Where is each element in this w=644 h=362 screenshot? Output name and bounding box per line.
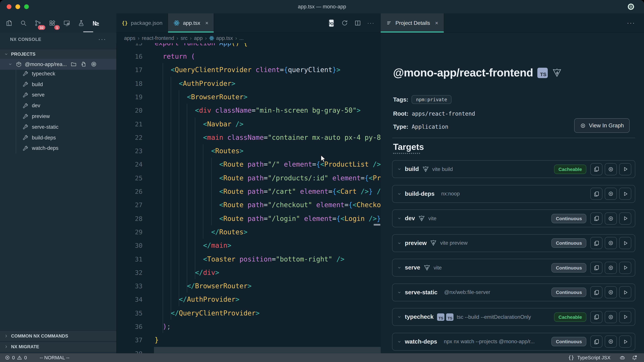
copy-button[interactable] [590, 286, 602, 298]
chevron-down-icon[interactable] [397, 266, 402, 270]
activity-item-explorer[interactable] [5, 19, 14, 27]
warning-count[interactable]: 0 [24, 355, 27, 360]
folder-icon[interactable] [70, 61, 77, 67]
search-icon [20, 19, 27, 27]
play-button[interactable] [619, 212, 631, 224]
open-details-icon[interactable] [328, 19, 335, 27]
code-editor[interactable]: 15export function App() {16 return (17 <… [116, 43, 381, 353]
tree-item-watch-deps[interactable]: watch-deps [0, 143, 116, 154]
eye-button[interactable] [605, 237, 617, 249]
target-card-build-deps[interactable]: build-deps nx:noop [392, 185, 635, 203]
copy-button[interactable] [590, 163, 602, 175]
target-icon[interactable] [90, 61, 97, 67]
line-number: 17 [117, 63, 142, 77]
sidebar-section-projects[interactable]: PROJECTS [0, 49, 116, 59]
target-card-build[interactable]: build vite build Cacheable [392, 160, 635, 178]
panel-tab-label: Project Details [396, 20, 430, 26]
tab-package-json[interactable]: {}package.json [116, 13, 168, 32]
status-badge: Continuous [552, 238, 586, 248]
breadcrumb-item[interactable]: app [194, 35, 203, 41]
eye-button[interactable] [605, 188, 617, 200]
error-icon[interactable] [5, 355, 10, 360]
panel-more-icon[interactable]: ··· [627, 19, 644, 27]
play-icon [622, 240, 628, 246]
vscode-window: app.tsx — mono-app 321N≥ NX CONSOLE ··· … [0, 0, 644, 362]
copy-button[interactable] [590, 212, 602, 224]
close-icon[interactable]: × [205, 20, 208, 26]
sidebar-more-icon[interactable]: ··· [98, 36, 106, 43]
chevron-down-icon[interactable] [397, 339, 402, 344]
eye-button[interactable] [605, 311, 617, 323]
line-number: 28 [117, 212, 142, 225]
language-mode[interactable]: TypeScript JSX [577, 355, 610, 360]
refresh-icon[interactable] [341, 19, 348, 26]
activity-item-nx-console[interactable]: N≥ [91, 19, 100, 27]
play-button[interactable] [619, 163, 631, 175]
tree-item-preview[interactable]: preview [0, 111, 116, 122]
target-card-serve-static[interactable]: serve-static @nx/web:file-server Continu… [392, 283, 635, 301]
code-line-29: 29 </Routes> [117, 225, 381, 239]
vite-icon [422, 166, 429, 172]
copy-button[interactable] [590, 336, 602, 348]
view-in-graph-button[interactable]: View In Graph [574, 118, 630, 133]
breadcrumb-item[interactable]: apps [124, 35, 135, 41]
sidebar-section-common-nx-commands[interactable]: COMMON NX COMMANDS [0, 331, 116, 341]
more-actions-icon[interactable]: ··· [367, 20, 375, 26]
copy-button[interactable] [590, 311, 602, 323]
warning-icon[interactable] [17, 355, 22, 360]
goto-file-icon[interactable] [80, 61, 87, 67]
target-card-preview[interactable]: preview vite preview Continuous [392, 234, 635, 252]
activity-item-source-control[interactable]: 32 [34, 19, 42, 27]
eye-button[interactable] [605, 286, 617, 298]
play-button[interactable] [619, 286, 631, 298]
play-button[interactable] [619, 237, 631, 249]
activity-item-extensions[interactable]: 1 [48, 19, 57, 27]
tree-item-typecheck[interactable]: typecheck [0, 68, 116, 79]
play-button[interactable] [619, 311, 631, 323]
target-card-dev[interactable]: dev vite Continuous [392, 210, 635, 227]
target-card-watch-deps[interactable]: watch-deps npx nx watch --projects @mono… [392, 333, 635, 351]
error-count[interactable]: 0 [12, 355, 15, 360]
eye-button[interactable] [605, 262, 617, 274]
breadcrumb-item[interactable]: app.tsx [209, 35, 233, 41]
breadcrumb-item[interactable]: ... [239, 35, 244, 41]
tab-app-tsx[interactable]: app.tsx× [168, 13, 214, 32]
tree-item-serve-static[interactable]: serve-static [0, 122, 116, 132]
copy-button[interactable] [590, 237, 602, 249]
copy-button[interactable] [590, 188, 602, 200]
play-button[interactable] [619, 336, 631, 348]
chevron-down-icon[interactable] [397, 290, 402, 295]
sidebar-section-nx-migrate[interactable]: NX MIGRATE [0, 341, 116, 352]
split-icon[interactable] [354, 19, 361, 26]
tree-item-serve[interactable]: serve [0, 90, 116, 100]
overview-ruler-cursor-mark[interactable] [374, 224, 380, 225]
eye-button[interactable] [605, 212, 617, 224]
play-button[interactable] [619, 188, 631, 200]
eye-button[interactable] [605, 163, 617, 175]
breadcrumb-item[interactable]: src [180, 35, 188, 41]
breadcrumb-item[interactable]: react-frontend [142, 35, 174, 41]
target-card-typecheck[interactable]: typecheck TSTS tsc --build --emitDeclara… [392, 308, 635, 326]
chevron-down-icon[interactable] [397, 315, 402, 319]
target-card-serve[interactable]: serve vite Continuous [392, 259, 635, 277]
activity-item-testing[interactable] [77, 19, 86, 27]
tab-project-details[interactable]: Project Details × [381, 13, 444, 32]
line-number: 26 [117, 185, 142, 198]
gear-icon[interactable] [626, 2, 635, 11]
chevron-down-icon[interactable] [397, 167, 402, 171]
chevron-down-icon[interactable] [397, 192, 402, 196]
sidebar-item-project[interactable]: @mono-app/rea... [0, 59, 116, 70]
close-icon[interactable]: × [435, 20, 438, 26]
activity-item-remote-explorer[interactable] [62, 19, 71, 27]
copilot-icon[interactable] [620, 355, 625, 361]
chevron-down-icon[interactable] [397, 241, 402, 245]
eye-button[interactable] [605, 336, 617, 348]
tree-item-build-deps[interactable]: build-deps [0, 132, 116, 143]
tree-item-build[interactable]: build [0, 79, 116, 90]
tree-item-dev[interactable]: dev [0, 100, 116, 111]
bell-icon[interactable] [632, 355, 637, 361]
chevron-down-icon[interactable] [397, 216, 402, 221]
activity-item-search[interactable] [19, 19, 28, 27]
copy-button[interactable] [590, 262, 602, 274]
play-button[interactable] [619, 262, 631, 274]
